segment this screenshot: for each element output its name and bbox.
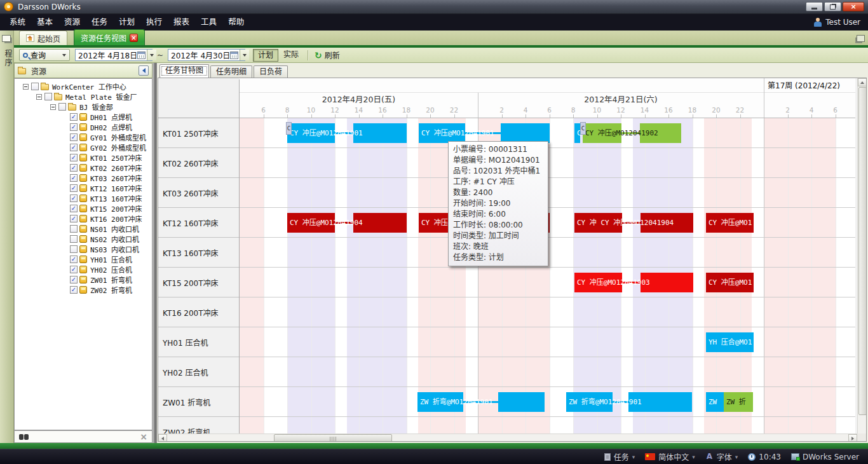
- tab-home-page[interactable]: 起始页: [19, 31, 67, 45]
- date-from-field[interactable]: 2012年 4月18日: [75, 49, 153, 61]
- status-item[interactable]: 任务▾: [604, 451, 635, 462]
- maximize-button[interactable]: [824, 2, 841, 11]
- gantt-bar[interactable]: ZW: [706, 392, 724, 412]
- query-button[interactable]: 查询: [19, 49, 70, 61]
- tree-checkbox[interactable]: ✓: [70, 164, 78, 172]
- date-from-dropdown[interactable]: [147, 50, 156, 60]
- tree-item[interactable]: ✓DH01 点焊机: [15, 112, 152, 122]
- tree-item[interactable]: ✓KT12 160T冲床: [15, 183, 152, 193]
- scroll-right-button[interactable]: [848, 434, 857, 442]
- tree-item[interactable]: ✓GY01 外桶成型机: [15, 132, 152, 142]
- tree-item[interactable]: ✓KT02 260T冲床: [15, 163, 152, 173]
- gantt-bar[interactable]: ZW 折弯@MO12041901: [566, 392, 692, 412]
- menu-item-9[interactable]: 帮助: [222, 14, 250, 31]
- binoculars-icon[interactable]: [19, 434, 29, 440]
- tree-item[interactable]: ✓GY02 外桶成型机: [15, 142, 152, 153]
- scroll-left-button[interactable]: [158, 434, 167, 442]
- tree-checkbox[interactable]: ✓: [70, 215, 78, 222]
- collapse-panel-button[interactable]: [139, 65, 149, 76]
- tree-checkbox[interactable]: ✓: [70, 144, 78, 151]
- tree-checkbox[interactable]: [44, 93, 52, 100]
- tree-checkbox[interactable]: [31, 83, 39, 90]
- window-list-icon[interactable]: [857, 35, 865, 42]
- tree-item[interactable]: ✓KT01 250T冲床: [15, 153, 152, 163]
- tree-item[interactable]: ✓YH02 压合机: [15, 264, 152, 275]
- tree-item[interactable]: WorkCenter 工作中心: [15, 81, 152, 92]
- tree-item[interactable]: ✓DH02 点焊机: [15, 122, 152, 132]
- tab-resource-task-view[interactable]: 资源任务视图 ×: [74, 29, 145, 45]
- tree-expander-icon[interactable]: [23, 84, 29, 90]
- tree-item[interactable]: ✓ZW02 折弯机: [15, 285, 152, 295]
- tree-checkbox[interactable]: ✓: [70, 266, 78, 273]
- gantt-bar[interactable]: CY 冲压@MO12041901: [419, 123, 550, 143]
- tree-checkbox[interactable]: ✓: [70, 256, 78, 263]
- menu-item-4[interactable]: 任务: [86, 14, 113, 31]
- gantt-bar[interactable]: CY 冲压@MO12041901: [287, 123, 407, 143]
- tree-checkbox[interactable]: ✓: [70, 205, 78, 212]
- view-tab-1[interactable]: 任务甘特图: [159, 64, 209, 78]
- tree-checkbox[interactable]: ✓: [70, 174, 78, 182]
- gantt-bar[interactable]: CY 冲压@MO1: [706, 273, 754, 292]
- tree-checkbox[interactable]: [70, 225, 78, 233]
- tree-item[interactable]: ✓KT13 160T冲床: [15, 193, 152, 203]
- vertical-scroll-thumb[interactable]: [858, 87, 867, 415]
- gantt-bar[interactable]: CY 冲压@MO12041904: [287, 213, 407, 233]
- plan-toggle-button[interactable]: 计划: [253, 49, 278, 62]
- tree-checkbox[interactable]: [70, 235, 78, 243]
- gantt-bar[interactable]: C: [574, 123, 580, 143]
- tree-checkbox[interactable]: ✓: [70, 123, 78, 131]
- tree-item[interactable]: BJ 钣金部: [15, 102, 152, 112]
- status-item[interactable]: 10:43: [748, 451, 781, 462]
- tree-item[interactable]: ✓KT03 260T冲床: [15, 173, 152, 183]
- status-item[interactable]: 字体▾: [705, 451, 738, 462]
- tree-checkbox[interactable]: ✓: [70, 184, 78, 192]
- view-tab-2[interactable]: 任务明细: [210, 65, 252, 78]
- actual-toggle-button[interactable]: 实际: [278, 49, 304, 62]
- scroll-up-button[interactable]: [858, 78, 867, 86]
- tree-checkbox[interactable]: ✓: [70, 113, 78, 121]
- tree-checkbox[interactable]: ✓: [70, 133, 78, 141]
- minimize-button[interactable]: [806, 2, 823, 11]
- menu-item-1[interactable]: 系统: [4, 14, 31, 31]
- menu-item-6[interactable]: 执行: [140, 14, 168, 31]
- tree-item[interactable]: NS02 内收口机: [15, 234, 152, 244]
- close-button[interactable]: ×: [843, 2, 864, 11]
- gantt-bar[interactable]: CY 冲压@MO1: [706, 213, 754, 233]
- menu-item-7[interactable]: 报表: [168, 14, 195, 31]
- current-user[interactable]: Test User: [814, 14, 860, 31]
- tree-checkbox[interactable]: ✓: [70, 286, 78, 294]
- horizontal-scroll-thumb[interactable]: [274, 434, 392, 442]
- vertical-scrollbar[interactable]: [857, 78, 867, 442]
- date-to-field[interactable]: 2012年 4月30日: [168, 49, 245, 61]
- tree-item[interactable]: NS01 内收口机: [15, 224, 152, 234]
- gantt-bar[interactable]: CY 冲压@MO12041903: [574, 273, 693, 292]
- horizontal-scrollbar[interactable]: [158, 433, 857, 442]
- tree-item[interactable]: ✓ZW01 折弯机: [15, 275, 152, 285]
- tree-item[interactable]: ✓KT15 200T冲床: [15, 203, 152, 214]
- gantt-bar[interactable]: CY 冲 CY 冲压@MO12041904: [574, 213, 693, 233]
- tree-checkbox[interactable]: [70, 245, 78, 253]
- tree-item[interactable]: Metal Plate 钣金厂: [15, 92, 152, 102]
- tree-expander-icon[interactable]: [36, 94, 42, 100]
- tree-item[interactable]: ✓KT16 200T冲床: [15, 214, 152, 224]
- collapsed-panel-strip[interactable]: 程序: [0, 31, 14, 443]
- gantt-bar[interactable]: ZW 折: [724, 392, 753, 412]
- status-item[interactable]: DWorks Server: [791, 451, 859, 462]
- tree-item[interactable]: NS03 内收口机: [15, 244, 152, 254]
- menu-item-8[interactable]: 工具: [195, 14, 222, 31]
- gantt-bar[interactable]: ZW 折弯@MO12041901: [417, 392, 545, 412]
- menu-item-5[interactable]: 计划: [113, 14, 140, 31]
- gantt-bar[interactable]: CY 冲压@MO12041902: [583, 123, 681, 143]
- menu-item-3[interactable]: 资源: [58, 14, 86, 31]
- gantt-bar[interactable]: YH 压合@MO1: [706, 332, 754, 352]
- menu-item-2[interactable]: 基本: [31, 14, 58, 31]
- view-tab-3[interactable]: 日负荷: [254, 65, 288, 78]
- tree-checkbox[interactable]: ✓: [70, 194, 78, 202]
- panel-splitter[interactable]: [153, 63, 157, 443]
- tree-expander-icon[interactable]: [50, 104, 56, 110]
- status-item[interactable]: 简体中文▾: [645, 451, 695, 462]
- clear-icon[interactable]: ×: [140, 432, 147, 441]
- tree-item[interactable]: ✓YH01 压合机: [15, 254, 152, 264]
- tab-close-icon[interactable]: ×: [130, 34, 138, 42]
- date-to-dropdown[interactable]: [240, 50, 249, 60]
